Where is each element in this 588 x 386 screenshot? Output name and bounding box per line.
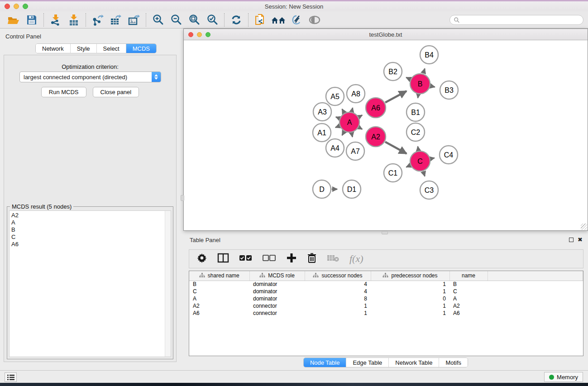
tab-style[interactable]: Style bbox=[70, 44, 96, 53]
table-cell[interactable]: 4 bbox=[305, 281, 371, 288]
delete-table-button[interactable] bbox=[327, 253, 339, 264]
table-row[interactable]: Cdominator41C bbox=[189, 288, 583, 295]
table-cell[interactable]: A6 bbox=[449, 310, 488, 317]
graph-edge[interactable] bbox=[335, 126, 339, 127]
unselect-all-columns-button[interactable] bbox=[263, 254, 276, 264]
table-splitter-handle[interactable] bbox=[382, 231, 388, 234]
table-cell[interactable]: dominator bbox=[249, 288, 305, 295]
graph-edge[interactable] bbox=[342, 109, 344, 113]
mcds-result-list[interactable]: A2ABCA6 bbox=[9, 210, 171, 357]
graph-edge[interactable] bbox=[352, 133, 353, 137]
table-cell[interactable]: A bbox=[189, 295, 249, 302]
tab-select[interactable]: Select bbox=[96, 44, 126, 53]
column-header-predecessor-nodes[interactable]: predecessor nodes bbox=[371, 271, 449, 281]
delete-column-button[interactable] bbox=[307, 253, 317, 265]
table-cell[interactable]: C bbox=[189, 288, 249, 295]
graph-edge[interactable] bbox=[336, 117, 339, 118]
graph-edge[interactable] bbox=[385, 91, 406, 102]
table-cell[interactable]: 1 bbox=[371, 281, 449, 288]
table-row[interactable]: A2connector11A2 bbox=[189, 302, 583, 310]
result-item[interactable]: C bbox=[11, 234, 171, 241]
graph-edge[interactable] bbox=[385, 142, 406, 154]
open-session-button[interactable] bbox=[5, 13, 23, 27]
graph-node-A6[interactable]: A6 bbox=[366, 98, 386, 118]
tab-node-table[interactable]: Node Table bbox=[304, 358, 346, 367]
table-cell[interactable]: 8 bbox=[305, 295, 371, 302]
graph-edge[interactable] bbox=[430, 86, 435, 87]
tab-network-table[interactable]: Network Table bbox=[388, 358, 439, 367]
panel-splitter-handle[interactable] bbox=[181, 195, 184, 201]
graph-node-D[interactable]: D bbox=[313, 180, 331, 198]
memory-button[interactable]: Memory bbox=[544, 372, 583, 382]
tab-edge-table[interactable]: Edge Table bbox=[346, 358, 388, 367]
zoom-selected-button[interactable] bbox=[203, 13, 221, 27]
close-panel-button[interactable]: Close panel bbox=[93, 87, 139, 97]
graph-edge[interactable] bbox=[430, 158, 434, 159]
function-builder-button[interactable]: f(x) bbox=[349, 253, 363, 265]
network-graph[interactable]: B4B2BB3A5A8A6B1A3AC2A1A2A4A7C4CC1C3DD1 bbox=[184, 41, 588, 230]
graph-node-A7[interactable]: A7 bbox=[346, 142, 364, 160]
zoom-in-button[interactable] bbox=[149, 13, 167, 27]
table-cell[interactable]: A2 bbox=[189, 302, 249, 310]
export-network-button[interactable] bbox=[89, 13, 107, 27]
graph-node-B2[interactable]: B2 bbox=[384, 62, 402, 81]
table-cell[interactable]: 4 bbox=[305, 288, 371, 295]
close-table-panel-icon[interactable]: ✖ bbox=[578, 238, 583, 242]
column-layout-button[interactable] bbox=[217, 253, 229, 265]
table-cell[interactable]: 1 bbox=[371, 288, 449, 295]
table-cell[interactable]: 1 bbox=[305, 310, 371, 317]
export-image-button[interactable] bbox=[125, 13, 143, 27]
float-table-panel-icon[interactable] bbox=[569, 238, 574, 242]
add-column-button[interactable] bbox=[286, 253, 297, 265]
graph-edge[interactable] bbox=[406, 77, 410, 79]
table-cell[interactable]: connector bbox=[249, 302, 305, 310]
table-cell[interactable]: A bbox=[449, 295, 488, 302]
result-scrollbar[interactable] bbox=[165, 211, 171, 357]
graph-node-B1[interactable]: B1 bbox=[406, 103, 425, 121]
export-table-button[interactable] bbox=[107, 13, 125, 27]
tab-mcds[interactable]: MCDS bbox=[126, 44, 156, 53]
table-cell[interactable]: 1 bbox=[371, 302, 449, 310]
result-item[interactable]: A6 bbox=[11, 241, 171, 248]
table-row[interactable]: A6connector11A6 bbox=[189, 310, 583, 317]
zoom-out-button[interactable] bbox=[167, 13, 185, 27]
graph-edge[interactable] bbox=[359, 115, 362, 117]
graph-node-B4[interactable]: B4 bbox=[420, 46, 438, 64]
table-cell[interactable]: A2 bbox=[449, 302, 488, 310]
graph-node-A2[interactable]: A2 bbox=[366, 127, 386, 147]
table-cell[interactable]: B bbox=[189, 281, 249, 288]
result-item[interactable]: B bbox=[11, 226, 171, 234]
graph-node-A1[interactable]: A1 bbox=[313, 124, 331, 142]
table-cell[interactable]: 1 bbox=[371, 310, 449, 317]
task-history-button[interactable] bbox=[5, 372, 17, 382]
result-item[interactable]: A2 bbox=[11, 212, 171, 219]
network-window[interactable]: testGlobe.txt B4B2BB3A5A8A6B1A3AC2A1A2A4… bbox=[183, 29, 588, 231]
table-cell[interactable]: dominator bbox=[249, 295, 305, 302]
graph-node-C[interactable]: C bbox=[410, 151, 430, 171]
refresh-layout-button[interactable] bbox=[227, 13, 245, 27]
clone-network-button[interactable] bbox=[251, 13, 269, 27]
table-cell[interactable]: C bbox=[449, 288, 488, 295]
table-cell[interactable]: connector bbox=[249, 310, 305, 317]
first-neighbors-button[interactable] bbox=[269, 13, 287, 27]
table-cell[interactable]: B bbox=[449, 281, 488, 288]
graph-edge[interactable] bbox=[418, 147, 418, 151]
table-cell[interactable]: dominator bbox=[249, 281, 305, 288]
graph-edge[interactable] bbox=[406, 166, 410, 167]
table-cell[interactable]: 1 bbox=[305, 302, 371, 310]
graph-node-D1[interactable]: D1 bbox=[343, 180, 361, 198]
network-window-titlebar[interactable]: testGlobe.txt bbox=[184, 29, 588, 40]
criterion-dropdown[interactable]: largest connected component (directed) bbox=[19, 71, 161, 82]
column-header-successor-nodes[interactable]: successor nodes bbox=[305, 271, 371, 281]
column-header-shared-name[interactable]: shared name bbox=[189, 271, 249, 281]
node-table[interactable]: shared nameMCDS rolesuccessor nodesprede… bbox=[189, 271, 583, 356]
graph-edge[interactable] bbox=[342, 132, 344, 135]
import-network-button[interactable] bbox=[47, 13, 65, 27]
table-cell[interactable]: A6 bbox=[189, 310, 249, 317]
select-all-columns-button[interactable] bbox=[239, 254, 253, 264]
graph-node-A[interactable]: A bbox=[339, 112, 359, 132]
graph-node-A5[interactable]: A5 bbox=[326, 87, 344, 105]
zoom-fit-button[interactable] bbox=[185, 13, 203, 27]
graph-edge[interactable] bbox=[359, 128, 362, 129]
table-row[interactable]: Adominator80A bbox=[189, 295, 583, 302]
